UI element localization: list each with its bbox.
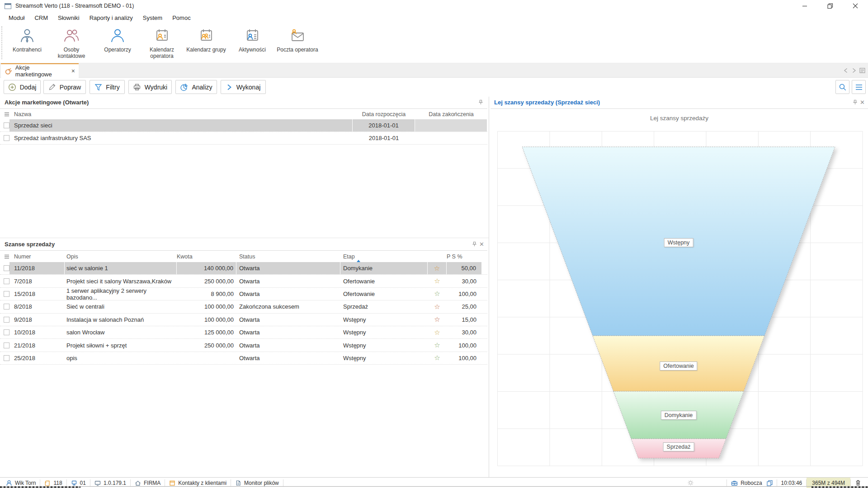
tab-list-icon[interactable] bbox=[859, 68, 865, 73]
layout-menu-button[interactable] bbox=[852, 80, 866, 94]
toolbar-kalendarz-grupy[interactable]: Kalendarz grupy bbox=[184, 25, 228, 61]
szanse-table-header: Numer Opis Kwota Status Etap P S % bbox=[0, 252, 487, 262]
action-toolbar: Dodaj Popraw Filtry Wydruki Analizy Wyko… bbox=[0, 78, 868, 97]
divider bbox=[0, 108, 487, 109]
priority-star-icon[interactable]: ☆ bbox=[428, 300, 447, 313]
analizy-button[interactable]: Analizy bbox=[175, 80, 217, 94]
row-checkbox[interactable] bbox=[4, 291, 9, 297]
menu-modul[interactable]: Moduł bbox=[4, 12, 29, 23]
table-row[interactable]: 21/2018Projekt siłowni + sprzęt250 000,0… bbox=[0, 339, 487, 352]
col-data-rozpoczecia[interactable]: Data rozpoczęcia bbox=[353, 111, 415, 117]
col-data-zakonczenia[interactable]: Data zakończenia bbox=[415, 111, 487, 117]
tab-scroll-left-icon[interactable] bbox=[843, 68, 849, 73]
cell-opis: Projekt sieci it salony Warszawa,Kraków bbox=[65, 275, 177, 287]
priority-star-icon[interactable]: ☆ bbox=[428, 262, 447, 274]
col-opis[interactable]: Opis bbox=[65, 253, 177, 260]
search-button[interactable] bbox=[835, 80, 849, 94]
gear-icon[interactable] bbox=[687, 479, 694, 486]
col-etap[interactable]: Etap bbox=[340, 253, 428, 260]
table-menu-icon[interactable] bbox=[4, 254, 9, 259]
panel-splitter[interactable] bbox=[489, 97, 489, 477]
filter-icon bbox=[94, 84, 102, 91]
toolbar-kalendarz-operatora[interactable]: Kalendarz operatora bbox=[140, 25, 184, 61]
table-row[interactable]: 15/20181 serwer aplikacyjny 2 serwery ba… bbox=[0, 288, 487, 300]
window-resize-edge[interactable] bbox=[811, 486, 868, 488]
cell-etap: Sprzedaż bbox=[340, 300, 428, 313]
minimize-button[interactable] bbox=[792, 0, 817, 12]
cell-opis: Projekt siłowni + sprzęt bbox=[65, 339, 177, 351]
toolbar-osoby-kontaktowe[interactable]: Osoby kontaktowe bbox=[50, 25, 93, 61]
toolbar-kontrahenci[interactable]: Kontrahenci bbox=[5, 25, 49, 61]
panel-close-icon[interactable]: ✕ bbox=[479, 242, 484, 247]
activities-icon bbox=[243, 25, 261, 45]
menu-pomoc[interactable]: Pomoc bbox=[167, 12, 195, 23]
cell-kwota: 140 000,00 bbox=[177, 262, 236, 274]
col-ps[interactable]: P S % bbox=[447, 253, 482, 260]
toolbar-drag-handle[interactable] bbox=[1, 26, 2, 59]
pin-icon[interactable] bbox=[853, 99, 858, 105]
row-checkbox[interactable] bbox=[4, 265, 9, 271]
toolbar-operatorzy[interactable]: Operatorzy bbox=[96, 25, 139, 61]
table-row[interactable]: 9/2018Instalacja w salonach Poznań100 00… bbox=[0, 314, 487, 326]
dodaj-button[interactable]: Dodaj bbox=[4, 80, 41, 94]
popraw-button[interactable]: Popraw bbox=[43, 80, 86, 94]
priority-star-icon[interactable]: ☆ bbox=[428, 326, 447, 338]
table-row[interactable]: 8/2018Sieć w centrali100 000,00Zakończon… bbox=[0, 300, 487, 313]
wydruki-button[interactable]: Wydruki bbox=[128, 80, 172, 94]
priority-star-icon[interactable]: ☆ bbox=[428, 275, 447, 287]
row-checkbox[interactable] bbox=[4, 122, 9, 128]
pin-icon[interactable] bbox=[478, 99, 483, 105]
table-row[interactable]: 7/2018Projekt sieci it salony Warszawa,K… bbox=[0, 275, 487, 287]
pin-icon[interactable] bbox=[472, 241, 477, 247]
priority-star-icon[interactable]: ☆ bbox=[428, 288, 447, 300]
col-nazwa[interactable]: Nazwa bbox=[9, 111, 353, 117]
title-bar[interactable]: Streamsoft Verto (118 - Streamsoft DEMO … bbox=[0, 0, 868, 12]
panel-close-icon[interactable]: ✕ bbox=[860, 100, 865, 105]
cell-etap: Domykanie bbox=[340, 262, 428, 274]
row-checkbox[interactable] bbox=[4, 317, 9, 323]
menu-system[interactable]: System bbox=[138, 12, 167, 23]
table-row[interactable]: 25/2018opisOtwartaWstępny☆100,00 bbox=[0, 352, 487, 365]
chart-title: Lej szansy sprzedaży bbox=[491, 115, 868, 122]
close-button[interactable] bbox=[843, 0, 868, 12]
row-checkbox[interactable] bbox=[4, 304, 9, 310]
tab-close-icon[interactable]: × bbox=[71, 68, 75, 74]
col-kwota[interactable]: Kwota bbox=[177, 253, 236, 260]
table-menu-icon[interactable] bbox=[4, 112, 9, 117]
cell-opis: opis bbox=[65, 352, 177, 364]
restore-button[interactable] bbox=[817, 0, 843, 12]
akcje-table-header: Nazwa Data rozpoczęcia Data zakończenia bbox=[0, 109, 487, 119]
cell-numer: 11/2018 bbox=[9, 262, 65, 274]
col-numer[interactable]: Numer bbox=[9, 253, 65, 260]
cell-opis: Instalacja w salonach Poznań bbox=[65, 314, 177, 326]
priority-star-icon[interactable]: ☆ bbox=[428, 314, 447, 326]
col-status[interactable]: Status bbox=[236, 253, 340, 260]
toolbar-poczta-operatora[interactable]: Poczta operatora bbox=[276, 25, 319, 61]
menu-slowniki[interactable]: Słowniki bbox=[53, 12, 85, 23]
table-row[interactable]: Sprzedaż ianfrastruktury SAS2018-01-01 bbox=[0, 132, 487, 145]
toolbar-aktywnosci[interactable]: Aktywności bbox=[231, 25, 274, 61]
copy-icon[interactable] bbox=[766, 480, 773, 486]
table-row[interactable]: 11/2018sieć w salonie 1140 000,00Otwarta… bbox=[0, 262, 487, 275]
cell-opis: Sieć w centrali bbox=[65, 300, 177, 313]
table-row[interactable]: 10/2018salon Wrocław125 000,00OtwartaWst… bbox=[0, 326, 487, 339]
wykonaj-button[interactable]: Wykonaj bbox=[221, 80, 266, 94]
row-checkbox[interactable] bbox=[4, 355, 9, 361]
priority-star-icon[interactable]: ☆ bbox=[428, 339, 447, 351]
menu-raporty[interactable]: Raporty i analizy bbox=[85, 12, 138, 23]
row-checkbox[interactable] bbox=[4, 135, 9, 141]
akcje-panel-title: Akcje marketingowe (Otwarte) bbox=[5, 99, 89, 106]
row-checkbox[interactable] bbox=[4, 329, 9, 335]
row-checkbox[interactable] bbox=[4, 343, 9, 348]
table-row[interactable]: Sprzedaż sieci2018-01-01 bbox=[0, 119, 487, 132]
tab-scroll-right-icon[interactable] bbox=[851, 68, 857, 73]
cell-status: Otwarta bbox=[236, 275, 340, 287]
tab-akcje-marketingowe[interactable]: Akcje marketingowe × bbox=[1, 63, 79, 78]
analysis-icon bbox=[180, 83, 188, 91]
row-checkbox[interactable] bbox=[4, 278, 9, 284]
version-icon bbox=[94, 480, 101, 486]
window-resize-edge[interactable] bbox=[0, 486, 80, 488]
filtry-button[interactable]: Filtry bbox=[90, 80, 125, 94]
menu-crm[interactable]: CRM bbox=[29, 12, 53, 23]
priority-star-icon[interactable]: ☆ bbox=[428, 352, 447, 364]
